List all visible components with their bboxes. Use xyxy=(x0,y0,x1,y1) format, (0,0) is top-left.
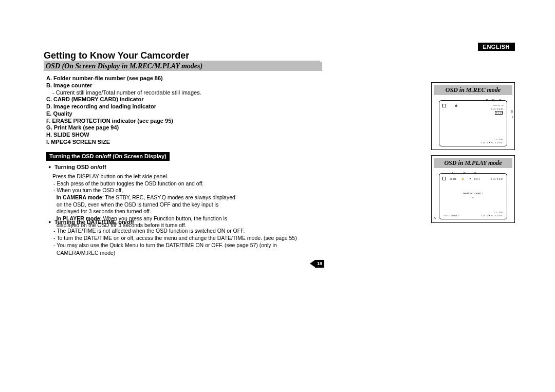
turning-datetime-heading: Turning the DATE/TIME on/off xyxy=(46,219,319,225)
turning-osd-heading: Turning OSD on/off xyxy=(46,164,242,171)
page-number-arrow xyxy=(310,260,315,267)
card-center-icon: ▭ xyxy=(439,196,507,199)
subsection-header: OSD (On Screen Display in M.REC/M.PLAY m… xyxy=(44,62,322,71)
mplay-001: 0 0 1 xyxy=(474,178,480,180)
item-i: I. MPEG4 SCREEN SIZE xyxy=(46,139,242,146)
mplay-time: 1 2 : 0 0 xyxy=(493,211,503,214)
indicator-list: A. Folder number-file number (see page 8… xyxy=(46,75,242,229)
item-b-sub: - Current still image/Total number of re… xyxy=(46,89,242,97)
label-i: I xyxy=(512,116,513,119)
item-h: H. SLIDE SHOW xyxy=(46,132,242,139)
mrec-screen: 🎬 ▭▭▭ ▭ 2 2 / 2 4 0 3 2 0 1 2 : 0 0 1 0 … xyxy=(439,100,507,146)
p4-lead: In CAMERA mode xyxy=(57,194,102,200)
turning-datetime-label: Turning the DATE/TIME on/off xyxy=(54,219,134,225)
mrec-title: OSD in M.REC mode xyxy=(434,85,512,95)
item-a: A. Folder number-file number (see page 8… xyxy=(46,75,242,82)
mplay-screen: SLIDE 🔒 🖶 0 0 1 2 2 / 2 4 0 MEMORY CARD … xyxy=(439,173,507,219)
datetime-block: Turning the DATE/TIME on/off - The DATE/… xyxy=(46,216,319,256)
osd-panels: OSD in M.REC mode E D C 🎬 ▭▭▭ ▭ 2 2 / 2 … xyxy=(431,82,515,223)
mrec-size: 3 2 0 xyxy=(495,111,503,115)
p1: Press the DISPLAY button on the left sid… xyxy=(52,173,169,179)
b1: - The DATE/TIME is not affected when the… xyxy=(52,227,319,234)
b2: - To turn the DATE/TIME on or off, acces… xyxy=(52,234,319,241)
page-number: 19 xyxy=(315,260,324,268)
mplay-folder: 1 0 0 - 0 0 0 1 xyxy=(443,214,459,217)
label-b: B xyxy=(511,110,513,113)
manual-page: ENGLISH Getting to Know Your Camcorder O… xyxy=(0,0,555,392)
mplay-date: 1 0 . J A N . 2 0 0 4 xyxy=(481,214,503,217)
item-f: F. ERASE PROTECTION indicator (see page … xyxy=(46,118,242,125)
language-tab: ENGLISH xyxy=(478,43,515,51)
mplay-counter: 2 2 / 2 4 0 xyxy=(491,178,503,180)
mplay-slide: SLIDE xyxy=(450,178,457,180)
label-a: A xyxy=(434,216,436,219)
mplay-memcard: MEMORY CARD ! xyxy=(439,192,507,195)
mrec-time: 1 2 : 0 0 xyxy=(493,138,503,141)
item-c: C. CARD (MEMORY CARD) indicator xyxy=(46,96,242,103)
p3: - When you turn the OSD off, xyxy=(52,187,242,194)
box-header: Turning the OSD on/off (On Screen Displa… xyxy=(46,152,170,161)
datetime-paragraph: - The DATE/TIME is not affected when the… xyxy=(46,227,319,256)
p4: In CAMERA mode: The STBY, REC, EASY.Q mo… xyxy=(52,194,242,215)
item-d: D. Image recording and loading indicator xyxy=(46,103,242,110)
print-icon: 🖶 xyxy=(469,177,471,180)
battery-icon xyxy=(442,104,446,107)
item-g: G. Print Mark (see page 94) xyxy=(46,124,242,132)
rec-dot-icon: 🎬 xyxy=(455,104,457,107)
b3: - You may also use the Quick Menu to tur… xyxy=(52,241,319,256)
mplay-title: OSD in M.PLAY mode xyxy=(434,158,512,168)
mrec-date: 1 0 . J A N . 2 0 0 4 xyxy=(481,141,503,144)
mrec-counter: 2 2 / 2 4 0 xyxy=(491,108,503,110)
turning-osd-label: Turning OSD on/off xyxy=(54,164,106,170)
battery-icon xyxy=(442,177,446,180)
page-title: Getting to Know Your Camcorder xyxy=(44,50,189,61)
card-icon: ▭▭▭ ▭ xyxy=(493,104,504,106)
lock-icon: 🔒 xyxy=(461,177,464,180)
mplay-panel: OSD in M.PLAY mode H F G SLIDE 🔒 🖶 0 0 1… xyxy=(431,155,515,223)
p2: - Each press of the button toggles the O… xyxy=(52,180,242,188)
mrec-panel: OSD in M.REC mode E D C 🎬 ▭▭▭ ▭ 2 2 / 2 … xyxy=(431,82,515,150)
item-e: E. Quality xyxy=(46,110,242,118)
item-b: B. Image counter xyxy=(46,82,242,89)
